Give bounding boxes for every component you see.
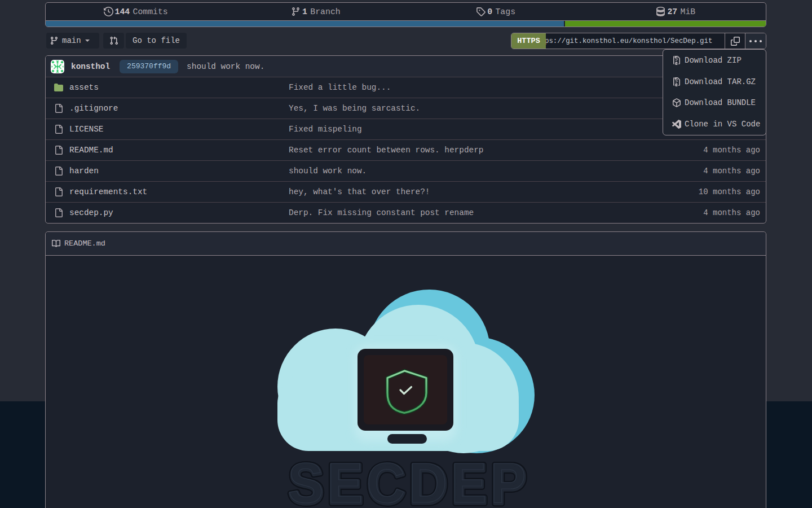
svg-text:SECDEP: SECDEP — [288, 451, 530, 508]
